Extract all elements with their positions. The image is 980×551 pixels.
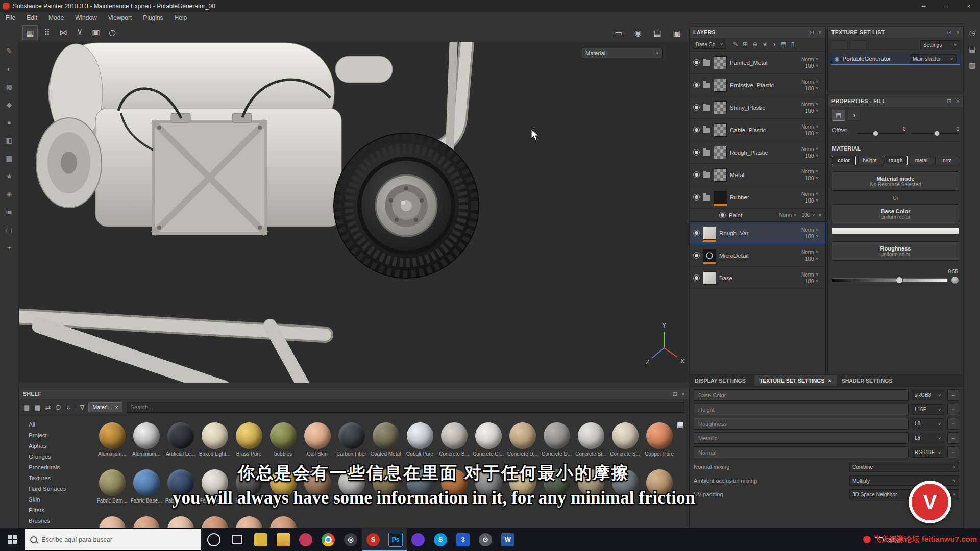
- tool-icon[interactable]: ★: [4, 171, 14, 181]
- material-thumbnail[interactable]: [407, 469, 433, 496]
- close-icon[interactable]: ×: [956, 29, 960, 36]
- close-icon[interactable]: ×: [828, 378, 831, 384]
- material-thumbnail[interactable]: [99, 422, 126, 449]
- layer-visibility-toggle[interactable]: [693, 104, 700, 111]
- toolbar-button[interactable]: ⠿: [40, 25, 54, 39]
- layer-visibility-toggle[interactable]: [719, 212, 726, 218]
- settings-tab[interactable]: TEXTURE SET SETTINGS ×: [754, 375, 837, 386]
- material-thumbnail[interactable]: [133, 422, 160, 449]
- material-item[interactable]: [198, 516, 232, 528]
- layers-tool-icon[interactable]: ★: [762, 41, 768, 48]
- taskbar-app-icon[interactable]: [250, 528, 272, 551]
- material-item[interactable]: Concrete S...: [608, 422, 642, 457]
- material-item[interactable]: [95, 516, 129, 528]
- menu-item[interactable]: Mode: [43, 12, 69, 23]
- taskbar-app-icon[interactable]: [407, 528, 429, 551]
- layer-opacity-dropdown[interactable]: 100∨: [805, 86, 819, 91]
- layer-thumbnail[interactable]: [714, 79, 727, 92]
- tool-icon[interactable]: ◆: [4, 99, 14, 110]
- material-thumbnail[interactable]: [338, 469, 365, 496]
- layer-thumbnail[interactable]: [714, 123, 727, 137]
- layer-opacity-dropdown[interactable]: 100∨: [805, 279, 819, 284]
- material-thumbnail[interactable]: [544, 422, 570, 449]
- material-thumbnail[interactable]: [202, 422, 228, 449]
- material-item[interactable]: Fabric Base...: [129, 469, 163, 504]
- channel-button[interactable]: metal: [910, 156, 934, 165]
- material-item[interactable]: [232, 516, 266, 528]
- viewport-toggle-button[interactable]: ▤: [650, 26, 665, 40]
- remove-channel-button[interactable]: [947, 389, 959, 401]
- taskbar-search[interactable]: Escribe aquí para buscar: [24, 528, 201, 551]
- dock-icon[interactable]: ⊡: [947, 98, 952, 105]
- material-mode-button[interactable]: Material mode No Resource Selected: [832, 171, 959, 191]
- layer-blend-dropdown[interactable]: Norm∨: [801, 227, 819, 233]
- material-item[interactable]: [403, 469, 437, 504]
- shelf-tool-icon[interactable]: ▦: [34, 404, 40, 411]
- tool-icon[interactable]: ▩: [4, 82, 14, 92]
- shelf-category-item[interactable]: All: [19, 419, 91, 430]
- layer-blend-dropdown[interactable]: Norm∨: [801, 79, 819, 85]
- material-item[interactable]: Concrete D...: [540, 422, 574, 457]
- shelf-category-item[interactable]: Skin: [19, 494, 91, 505]
- material-thumbnail[interactable]: [441, 422, 468, 449]
- material-thumbnail[interactable]: [202, 516, 228, 528]
- layer-row[interactable]: Rubber Norm∨ 100∨: [690, 186, 825, 209]
- layer-blend-dropdown[interactable]: Norm∨: [801, 146, 819, 152]
- channel-label-box[interactable]: Normal: [694, 446, 909, 458]
- material-thumbnail[interactable]: [167, 469, 194, 496]
- taskbar-app-icon[interactable]: S: [429, 528, 452, 551]
- material-thumbnail[interactable]: [236, 422, 262, 449]
- tool-icon[interactable]: ◈: [4, 189, 14, 199]
- taskbar-app-icon[interactable]: [317, 528, 339, 551]
- material-thumbnail[interactable]: [373, 422, 399, 449]
- menu-item[interactable]: File: [0, 12, 21, 23]
- material-thumbnail[interactable]: [167, 422, 194, 449]
- toolbar-button[interactable]: ▣: [89, 25, 103, 39]
- menu-item[interactable]: Viewport: [103, 12, 137, 23]
- material-thumbnail[interactable]: [236, 469, 262, 496]
- material-item[interactable]: Cobalt Pure: [403, 422, 437, 457]
- layer-blend-dropdown[interactable]: Norm∨: [801, 191, 819, 197]
- mix-dropdown[interactable]: Combine∨: [849, 462, 959, 472]
- material-thumbnail[interactable]: [509, 469, 536, 496]
- material-item[interactable]: Concrete Si...: [574, 422, 608, 457]
- material-item[interactable]: [300, 469, 334, 504]
- material-item[interactable]: Aluminium...: [95, 422, 129, 457]
- material-thumbnail[interactable]: [270, 516, 297, 528]
- material-thumbnail[interactable]: [304, 469, 331, 496]
- material-item[interactable]: Concrete D...: [505, 422, 540, 457]
- material-item[interactable]: Fabric Deni...: [163, 469, 198, 504]
- layers-tool-icon[interactable]: ◑: [772, 41, 776, 48]
- toolbar-button[interactable]: ▦: [22, 25, 38, 40]
- toolbar-button[interactable]: ◷: [105, 25, 119, 39]
- material-thumbnail[interactable]: [509, 422, 536, 449]
- layers-tool-icon[interactable]: ▯: [791, 41, 795, 48]
- layer-row[interactable]: Metal Norm∨ 100∨: [690, 164, 825, 186]
- task-view-icon[interactable]: [232, 535, 242, 544]
- dock-icon[interactable]: ⊡: [673, 391, 678, 397]
- dock-icon[interactable]: ⊡: [810, 29, 815, 36]
- tool-icon[interactable]: ●: [4, 117, 14, 128]
- close-icon[interactable]: ×: [818, 29, 822, 36]
- layer-row[interactable]: Painted_Metal Norm∨ 100∨: [690, 52, 825, 74]
- layer-thumbnail[interactable]: [714, 101, 727, 114]
- remove-channel-button[interactable]: [947, 432, 959, 444]
- properties-tab[interactable]: ▤: [832, 110, 845, 121]
- start-button[interactable]: [0, 528, 24, 551]
- tool-icon[interactable]: ◧: [4, 135, 14, 145]
- roughness-button[interactable]: Roughness uniform color: [832, 241, 959, 261]
- layers-tool-icon[interactable]: ✎: [733, 41, 738, 48]
- material-thumbnail[interactable]: [236, 516, 262, 528]
- filter-funnel-icon[interactable]: ∇: [80, 404, 85, 411]
- layer-thumbnail[interactable]: [703, 249, 716, 262]
- right-strip-icon[interactable]: ◷: [969, 29, 975, 37]
- layer-row[interactable]: Cable_Plastic Norm∨ 100∨: [690, 119, 825, 141]
- layers-tool-icon[interactable]: ▤: [780, 41, 786, 48]
- material-item[interactable]: Artificial Le...: [163, 422, 198, 457]
- material-thumbnail[interactable]: [304, 422, 331, 449]
- taskbar-app-icon[interactable]: ◎: [339, 528, 362, 551]
- material-thumbnail[interactable]: [133, 516, 160, 528]
- tool-icon[interactable]: ▦: [4, 153, 14, 163]
- material-thumbnail[interactable]: [475, 422, 502, 449]
- material-thumbnail[interactable]: [202, 469, 228, 496]
